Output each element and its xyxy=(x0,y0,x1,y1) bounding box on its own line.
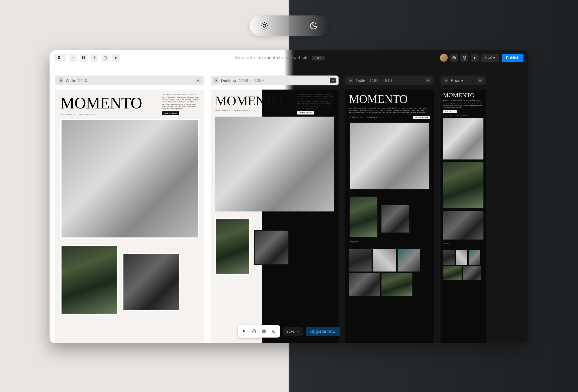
play-icon xyxy=(348,78,353,83)
project-title: Momento xyxy=(235,55,255,60)
breakpoint-size: 1439 — 1200 xyxy=(239,78,264,83)
text-button[interactable] xyxy=(91,54,98,62)
gallery-image xyxy=(122,253,180,311)
breakpoint-header-desktop[interactable]: Desktop 1439 — 1200 xyxy=(211,76,338,86)
layout-button[interactable] xyxy=(80,54,88,62)
gallery-image xyxy=(469,250,480,265)
hand-tool[interactable] xyxy=(249,327,259,336)
gallery-image xyxy=(443,250,455,265)
invite-button[interactable]: Invite xyxy=(481,54,499,62)
upgrade-button[interactable]: Upgrade Now xyxy=(306,327,340,336)
gallery-image xyxy=(349,196,378,237)
gallery-image xyxy=(349,273,380,296)
breakpoint-header-wide[interactable]: Wide 1440 xyxy=(55,76,204,86)
comment-tool[interactable] xyxy=(259,327,269,336)
preview-button[interactable] xyxy=(471,54,479,62)
hero-title: MOMENTO xyxy=(215,93,293,109)
zoom-control[interactable]: 31% xyxy=(283,327,303,336)
breakpoint-phone[interactable]: Phone MOMENTO Momento is a visual diary … xyxy=(440,76,486,343)
frame-wide[interactable]: MOMENTO TRAVEL EXAMPLE WEDDING EXAMPLE M… xyxy=(55,89,204,343)
frame-phone[interactable]: MOMENTO Momento is a visual diary templa… xyxy=(440,89,486,343)
section-label: Getting ready... xyxy=(443,243,483,244)
breakpoint-header-phone[interactable]: Phone xyxy=(440,76,486,86)
tag-travel: TRAVEL EXAMPLE xyxy=(443,115,454,116)
gallery-image xyxy=(443,266,462,280)
free-badge: FREE xyxy=(312,56,325,60)
breakpoint-name: Desktop xyxy=(221,78,236,83)
avatar[interactable] xyxy=(440,54,448,62)
gallery-image xyxy=(349,249,372,271)
svg-point-0 xyxy=(263,24,266,27)
breakpoint-desktop[interactable]: Desktop 1439 — 1200 MOMENTO TRAVEL EXAMP… xyxy=(211,76,338,343)
gallery-image xyxy=(373,249,396,271)
topbar: Momento · momento.framer.website FREE In… xyxy=(49,50,529,65)
breakpoint-name: Phone xyxy=(451,78,463,83)
gallery-image xyxy=(215,218,250,275)
gallery-image xyxy=(463,266,482,280)
hero-title: MOMENTO xyxy=(443,92,483,99)
tool-group-light xyxy=(238,325,280,338)
cta-button[interactable]: Get This Template xyxy=(443,110,457,113)
gallery-image xyxy=(398,249,420,271)
play-icon xyxy=(213,78,219,83)
app-window: Momento · momento.framer.website FREE In… xyxy=(49,50,529,343)
canvas[interactable]: Wide 1440 MOMENTO TRAVEL EXAMPLE WEDDING… xyxy=(49,65,529,343)
publish-button[interactable]: Publish xyxy=(502,54,524,62)
gallery-image xyxy=(382,273,412,296)
add-breakpoint-button[interactable] xyxy=(195,78,201,83)
settings-button[interactable] xyxy=(461,54,468,62)
cta-button[interactable]: Get This Template xyxy=(162,111,179,115)
gallery-image xyxy=(60,245,118,315)
zoom-value: 31% xyxy=(286,329,294,334)
breakpoint-size: 1199 — 810 xyxy=(369,78,392,83)
hero-image xyxy=(215,117,334,212)
gallery-image xyxy=(456,250,467,265)
hero-title: MOMENTO xyxy=(60,94,158,112)
sun-icon xyxy=(260,21,269,30)
tag-wedding: WEDDING EXAMPLE xyxy=(234,110,250,111)
hero-image xyxy=(443,118,483,160)
cursor-tool[interactable] xyxy=(240,327,249,336)
frame-tablet[interactable]: MOMENTO Momento is a visual diary templa… xyxy=(345,89,434,343)
play-icon xyxy=(58,78,64,83)
project-title-area[interactable]: Momento · momento.framer.website FREE xyxy=(123,55,436,60)
project-url: momento.framer.website xyxy=(259,55,309,60)
breakpoint-name: Wide xyxy=(66,78,75,83)
globe-button[interactable] xyxy=(450,54,458,62)
hero-image xyxy=(60,119,199,239)
play-icon xyxy=(443,78,449,83)
tag-travel: TRAVEL EXAMPLE xyxy=(215,110,230,111)
actions-button[interactable] xyxy=(112,54,120,62)
svg-point-4 xyxy=(104,56,106,57)
intro-text: Momento is a visual diary template. It s… xyxy=(349,107,430,114)
breakpoint-header-tablet[interactable]: Tablet 1199 — 810 xyxy=(345,76,434,86)
cta-button[interactable]: Get This Template xyxy=(413,116,430,119)
add-breakpoint-button[interactable] xyxy=(330,78,336,83)
svg-rect-2 xyxy=(84,56,85,58)
breakpoint-size: 1440 xyxy=(78,78,87,83)
add-breakpoint-button[interactable] xyxy=(425,78,431,83)
dark-mode-tool[interactable] xyxy=(269,327,279,336)
insert-button[interactable] xyxy=(69,54,77,62)
theme-toggle[interactable] xyxy=(250,15,328,36)
frame-desktop[interactable]: MOMENTO TRAVEL EXAMPLE WEDDING EXAMPLE M… xyxy=(211,89,338,343)
gallery-image xyxy=(443,211,483,240)
breakpoint-wide[interactable]: Wide 1440 MOMENTO TRAVEL EXAMPLE WEDDING… xyxy=(55,76,204,343)
gallery-image xyxy=(381,205,410,233)
add-breakpoint-button[interactable] xyxy=(477,78,483,83)
svg-rect-1 xyxy=(82,56,83,59)
gallery-image xyxy=(254,230,289,265)
intro-text: Momento is a visual diary template. It s… xyxy=(297,93,334,109)
framer-logo-button[interactable] xyxy=(54,54,66,62)
svg-rect-3 xyxy=(84,58,85,59)
section-label: Getting ready... xyxy=(349,241,430,243)
tag-travel: TRAVEL EXAMPLE xyxy=(349,116,364,118)
intro-text: Momento is a visual diary template. It s… xyxy=(162,94,199,110)
cta-button[interactable]: Get This Template xyxy=(297,111,314,115)
intro-text: Momento is a visual diary template. It s… xyxy=(443,99,483,108)
hero-image xyxy=(349,122,430,190)
cms-button[interactable] xyxy=(101,54,109,62)
bottom-toolbar: 31% Upgrade Now xyxy=(238,325,340,338)
moon-icon xyxy=(309,21,318,30)
breakpoint-tablet[interactable]: Tablet 1199 — 810 MOMENTO Momento is a v… xyxy=(345,76,434,343)
